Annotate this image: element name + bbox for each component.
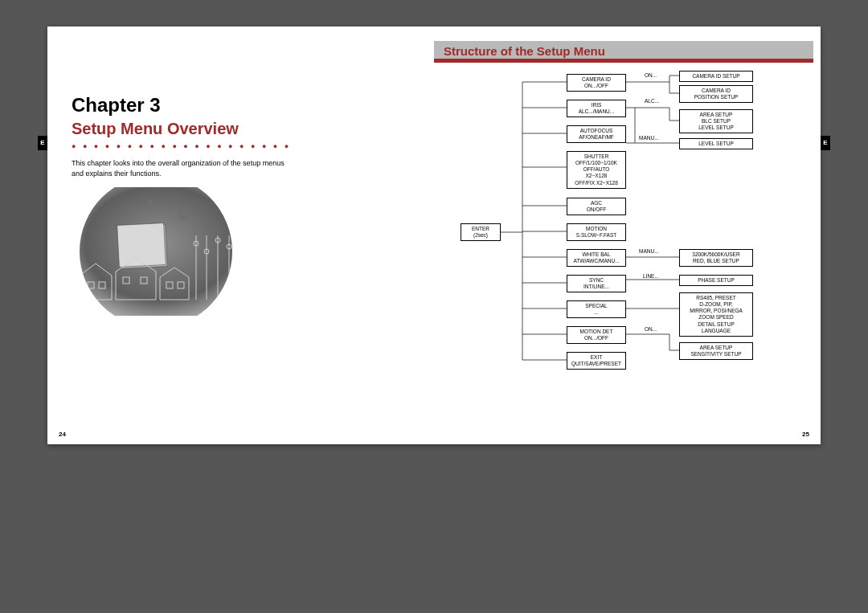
label-on2: ON... xyxy=(645,326,657,332)
node-sync: SYNC INT/LINE... xyxy=(567,275,626,292)
setup-menu-diagram: ENTER (2sec) CAMERA ID ON.../OFF IRIS AL… xyxy=(434,71,821,408)
node-shutter: SHUTTER OFF/1/100~1/10K OFF/AUTO X2~X128… xyxy=(567,151,626,189)
node-autofocus: AUTOFOCUS AF/ONEAF/MF xyxy=(567,125,626,143)
node-exit: EXIT QUIT/SAVE/PRESET xyxy=(567,352,626,370)
node-area-blc: AREA SETUP BLC SETUP LEVEL SETUP xyxy=(679,109,753,133)
chapter-title: Chapter 3 xyxy=(72,94,161,116)
svg-point-4 xyxy=(178,210,190,221)
node-motiondet: MOTION DET ON.../OFF xyxy=(567,326,626,344)
divider-dots: ● ● ● ● ● ● ● ● ● ● ● ● ● ● ● ● ● ● ● ● … xyxy=(72,142,289,150)
label-manu1: MANU... xyxy=(639,135,659,141)
label-line: LINE... xyxy=(643,273,659,279)
node-iris: IRIS ALC.../MANU... xyxy=(567,100,626,117)
svg-point-5 xyxy=(147,200,154,206)
node-whitebal: WHITE BAL ATW/AWC/MANU... xyxy=(567,249,626,267)
decorative-illustration xyxy=(72,187,240,316)
svg-rect-3 xyxy=(117,223,166,268)
header-maroon-bar xyxy=(434,59,813,63)
subtitle: Setup Menu Overview xyxy=(72,120,239,138)
side-tab-left: E xyxy=(38,136,47,150)
page-number-left: 24 xyxy=(59,431,66,438)
node-md-out: AREA SETUP SENSITIVITY SETUP xyxy=(679,342,753,360)
right-page-title: Structure of the Setup Menu xyxy=(444,44,605,58)
page-number-right: 25 xyxy=(802,431,809,438)
node-cam-pos: CAMERA ID POSITION SETUP xyxy=(679,85,753,103)
label-alc: ALC... xyxy=(645,98,659,104)
node-agc: AGC ON/OFF xyxy=(567,198,626,215)
node-camera-id: CAMERA ID ON.../OFF xyxy=(567,74,626,92)
intro-paragraph: This chapter looks into the overall orga… xyxy=(72,158,297,178)
side-tab-right: E xyxy=(821,136,830,150)
label-manu2: MANU... xyxy=(639,248,659,254)
node-wb-user: 3200K/5600K/USER RED, BLUE SETUP xyxy=(679,249,753,267)
node-phase: PHASE SETUP xyxy=(679,275,753,286)
node-special: SPECIAL ... xyxy=(567,300,626,318)
label-on1: ON... xyxy=(645,72,657,78)
node-motion: MOTION S.SLOW~F.FAST xyxy=(567,223,626,241)
node-level: LEVEL SETUP xyxy=(679,138,753,149)
node-special-out: RS485, PRESET D-ZOOM, PIP, MIRROR, POSI/… xyxy=(679,292,753,337)
node-enter: ENTER (2sec) xyxy=(461,223,501,241)
node-cam-id-setup: CAMERA ID SETUP xyxy=(679,71,753,82)
